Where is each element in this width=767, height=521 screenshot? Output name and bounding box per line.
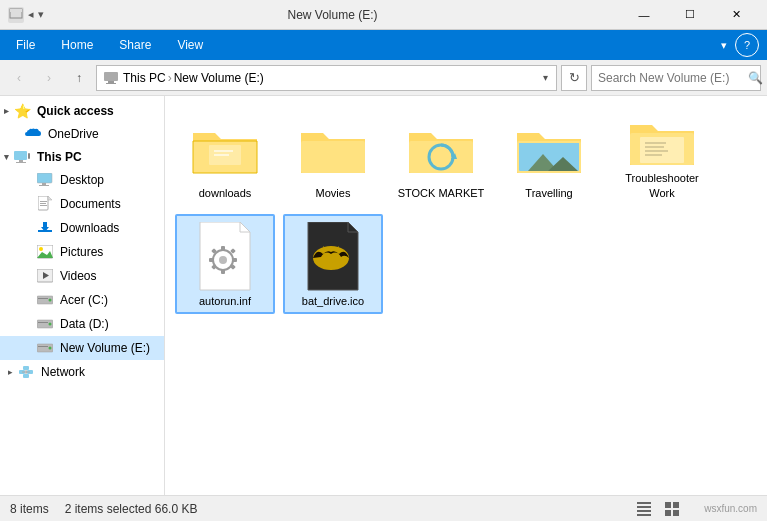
acer-drive-icon bbox=[36, 291, 54, 309]
share-tab[interactable]: Share bbox=[107, 30, 163, 60]
file-label-stockmarket: STOCK MARKET bbox=[398, 186, 485, 200]
up-button[interactable]: ↑ bbox=[66, 65, 92, 91]
svg-rect-53 bbox=[519, 143, 579, 153]
sidebar-item-pictures[interactable]: Pictures bbox=[0, 240, 164, 264]
search-icon[interactable]: 🔍 bbox=[748, 71, 763, 85]
file-grid: downloads Movies bbox=[175, 106, 757, 314]
svg-rect-16 bbox=[40, 205, 47, 206]
svg-rect-45 bbox=[301, 141, 365, 173]
ribbon-expand-icon[interactable]: ▾ bbox=[715, 35, 733, 56]
sidebar-network-label: Network bbox=[41, 365, 85, 379]
file-menu-button[interactable]: File bbox=[4, 30, 47, 60]
svg-rect-26 bbox=[38, 298, 48, 299]
sidebar-item-data[interactable]: Data (D:) bbox=[0, 312, 164, 336]
svg-rect-3 bbox=[108, 81, 114, 83]
svg-rect-19 bbox=[43, 222, 47, 228]
svg-rect-78 bbox=[665, 502, 671, 508]
svg-point-61 bbox=[219, 256, 227, 264]
file-item-movies[interactable]: Movies bbox=[283, 106, 383, 206]
svg-point-33 bbox=[49, 347, 52, 350]
search-box[interactable]: 🔍 bbox=[591, 65, 761, 91]
forward-button[interactable]: › bbox=[36, 65, 62, 91]
file-item-troubleshooter[interactable]: Troubleshooter Work bbox=[607, 106, 717, 206]
thispc-icon bbox=[13, 148, 31, 166]
quick-access-icon: ⭐ bbox=[13, 102, 31, 120]
svg-rect-37 bbox=[23, 366, 29, 370]
svg-rect-8 bbox=[28, 153, 30, 159]
file-label-travelling: Travelling bbox=[525, 186, 572, 200]
svg-rect-62 bbox=[221, 246, 225, 251]
sidebar: ▸ ⭐ Quick access OneDrive ▾ This PC Desk… bbox=[0, 96, 165, 495]
title-bar-icons: ◂ ▾ bbox=[8, 7, 44, 23]
address-dropdown[interactable]: ▾ bbox=[541, 70, 550, 85]
window-icon bbox=[8, 7, 24, 23]
sidebar-documents-label: Documents bbox=[60, 197, 121, 211]
sidebar-data-label: Data (D:) bbox=[60, 317, 109, 331]
folder-icon-movies bbox=[297, 112, 369, 186]
svg-rect-7 bbox=[16, 162, 26, 163]
file-icon-batdrive bbox=[303, 220, 363, 294]
title-controls: — ☐ ✕ bbox=[621, 0, 759, 30]
pictures-icon bbox=[36, 243, 54, 261]
svg-rect-79 bbox=[673, 502, 679, 508]
refresh-button[interactable]: ↻ bbox=[561, 65, 587, 91]
quick-access-header[interactable]: ▸ ⭐ Quick access bbox=[0, 100, 164, 122]
svg-rect-29 bbox=[38, 322, 48, 323]
file-item-downloads[interactable]: downloads bbox=[175, 106, 275, 206]
help-button[interactable]: ? bbox=[735, 33, 759, 57]
thispc-header[interactable]: ▾ This PC bbox=[0, 146, 164, 168]
svg-rect-2 bbox=[104, 72, 118, 81]
svg-rect-76 bbox=[637, 510, 651, 512]
svg-rect-63 bbox=[221, 269, 225, 274]
path-thispc: This PC bbox=[123, 71, 166, 85]
maximize-button[interactable]: ☐ bbox=[667, 0, 713, 30]
file-item-travelling[interactable]: Travelling bbox=[499, 106, 599, 206]
window-title: New Volume (E:) bbox=[44, 8, 621, 22]
file-label-movies: Movies bbox=[316, 186, 351, 200]
computer-icon bbox=[103, 70, 119, 86]
folder-icon-downloads bbox=[189, 112, 261, 186]
file-label-batdrive: bat_drive.ico bbox=[302, 294, 364, 308]
svg-rect-81 bbox=[673, 510, 679, 516]
back-button[interactable]: ‹ bbox=[6, 65, 32, 91]
title-bar: ◂ ▾ New Volume (E:) — ☐ ✕ bbox=[0, 0, 767, 30]
svg-rect-15 bbox=[40, 203, 46, 204]
sidebar-item-onedrive[interactable]: OneDrive bbox=[0, 122, 164, 146]
file-item-batdrive[interactable]: bat_drive.ico bbox=[283, 214, 383, 314]
sidebar-item-downloads[interactable]: Downloads bbox=[0, 216, 164, 240]
sidebar-item-desktop[interactable]: Desktop bbox=[0, 168, 164, 192]
address-input[interactable]: This PC › New Volume (E:) ▾ bbox=[96, 65, 557, 91]
svg-rect-55 bbox=[640, 137, 684, 163]
close-button[interactable]: ✕ bbox=[713, 0, 759, 30]
onedrive-icon bbox=[24, 125, 42, 143]
svg-rect-9 bbox=[37, 173, 52, 183]
file-label-troubleshooter: Troubleshooter Work bbox=[614, 171, 710, 200]
network-arrow: ▸ bbox=[8, 367, 13, 377]
status-bar-right bbox=[632, 499, 684, 519]
sidebar-item-documents[interactable]: Documents bbox=[0, 192, 164, 216]
sidebar-item-newvolume[interactable]: New Volume (E:) bbox=[0, 336, 164, 360]
file-label-downloads: downloads bbox=[199, 186, 252, 200]
minimize-button[interactable]: — bbox=[621, 0, 667, 30]
list-view-button[interactable] bbox=[632, 499, 656, 519]
data-drive-icon bbox=[36, 315, 54, 333]
file-item-autorun[interactable]: autorun.inf bbox=[175, 214, 275, 314]
ribbon: File Home Share View ▾ ? bbox=[0, 30, 767, 60]
sidebar-item-acer[interactable]: Acer (C:) bbox=[0, 288, 164, 312]
home-tab[interactable]: Home bbox=[49, 30, 105, 60]
search-input[interactable] bbox=[598, 71, 748, 85]
view-tab[interactable]: View bbox=[165, 30, 215, 60]
svg-rect-65 bbox=[232, 258, 237, 262]
thispc-arrow: ▾ bbox=[4, 152, 9, 162]
svg-rect-6 bbox=[19, 160, 23, 162]
quick-access-label: Quick access bbox=[37, 104, 114, 118]
sidebar-item-videos[interactable]: Videos bbox=[0, 264, 164, 288]
file-item-stockmarket[interactable]: STOCK MARKET bbox=[391, 106, 491, 206]
sidebar-item-network[interactable]: ▸ Network bbox=[0, 360, 164, 384]
network-icon bbox=[17, 363, 35, 381]
grid-view-button[interactable] bbox=[660, 499, 684, 519]
sidebar-downloads-label: Downloads bbox=[60, 221, 119, 235]
branding: wsxfun.com bbox=[704, 503, 757, 514]
svg-rect-4 bbox=[106, 83, 116, 84]
folder-icon-troubleshooter bbox=[626, 111, 698, 171]
